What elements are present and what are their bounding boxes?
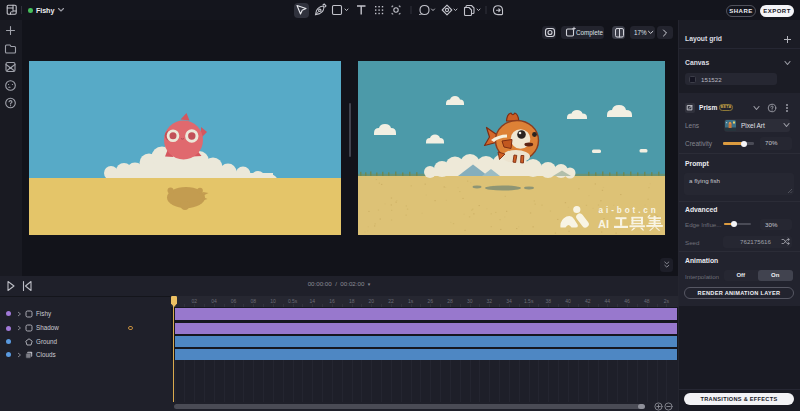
svg-text:AI: AI (598, 218, 609, 230)
svg-text:ai-bot.cn: ai-bot.cn (599, 206, 659, 215)
